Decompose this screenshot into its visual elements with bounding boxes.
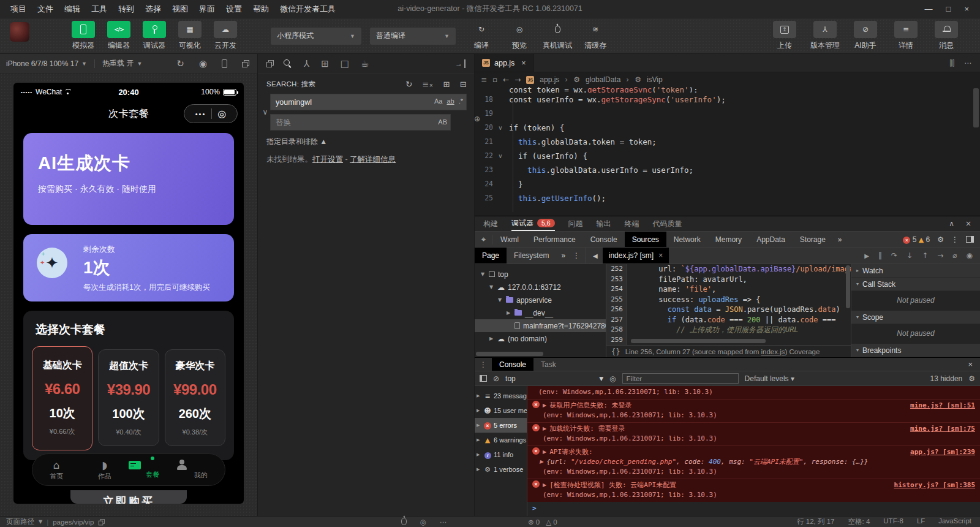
sources-tab-Filesystem[interactable]: Filesystem: [507, 248, 556, 264]
split-editor-icon[interactable]: ⫿⫿: [949, 59, 954, 67]
toolbar-button-清缓存[interactable]: ≋清缓存: [579, 21, 611, 51]
menu-item[interactable]: 设置: [221, 4, 247, 15]
mode-select[interactable]: 小程序模式 ▼: [271, 28, 361, 45]
pretty-print-icon[interactable]: {}: [611, 347, 620, 356]
devtools-tab-Sources[interactable]: Sources: [625, 232, 666, 247]
collapse-panel-icon[interactable]: →: [455, 59, 466, 68]
source-code-area[interactable]: 252 url: `${app.globalData.apiBase}/uplo…: [606, 264, 851, 345]
console-tab-Console[interactable]: Console: [492, 358, 533, 371]
close-file-icon[interactable]: ×: [658, 251, 663, 260]
tree-scrollbar[interactable]: [476, 352, 543, 356]
tree-item-appservice[interactable]: ▼appservice: [475, 294, 606, 306]
toolbar-button-详情[interactable]: ≡详情: [889, 21, 922, 51]
menu-item[interactable]: 文件: [32, 4, 59, 15]
menu-item[interactable]: 选择: [140, 4, 167, 15]
exit-target-icon[interactable]: ◎: [217, 108, 226, 119]
expand-caret-icon[interactable]: ▶: [543, 447, 546, 457]
close-console-icon[interactable]: ×: [968, 360, 980, 369]
source-h-scrollbar[interactable]: [631, 339, 766, 343]
tab-我的[interactable]: 我的: [177, 460, 225, 480]
fold-icon[interactable]: ∨: [496, 121, 505, 135]
drag-handle-icon[interactable]: ⋮: [475, 360, 492, 369]
teapot-icon[interactable]: ☕: [361, 58, 369, 69]
breadcrumb-menu-icon[interactable]: ≡: [481, 75, 487, 84]
copy-path-icon[interactable]: [99, 520, 104, 525]
bug-icon[interactable]: [401, 518, 407, 525]
console-tab-Task[interactable]: Task: [533, 358, 564, 371]
toolbar-button-云开发[interactable]: ☁云开发: [212, 21, 239, 51]
section-Watch[interactable]: ▸Watch: [851, 264, 980, 278]
console-group-1 verbose[interactable]: ▶⚙1 verbose: [475, 462, 527, 477]
section-Call Stack[interactable]: ▾Call Stack: [851, 278, 980, 291]
refresh-icon[interactable]: ↻: [176, 58, 184, 69]
menu-item[interactable]: 工具: [86, 4, 113, 15]
package-card-基础次卡[interactable]: 基础次卡¥6.6010次¥0.66/次: [32, 346, 92, 450]
console-prompt[interactable]: >: [527, 502, 980, 515]
tab-作品[interactable]: ◗作品: [81, 459, 129, 481]
console-sidebar-toggle-icon[interactable]: [480, 375, 487, 382]
more-actions-icon[interactable]: ⋯: [964, 59, 971, 67]
tree-item-top[interactable]: ▼top: [475, 268, 606, 281]
close-panel-icon[interactable]: ×: [965, 219, 971, 228]
close-button[interactable]: ×: [964, 4, 969, 13]
log-levels-select[interactable]: Default levels ▾: [745, 374, 794, 383]
close-tab-icon[interactable]: ×: [521, 59, 526, 67]
tree-item-__dev__[interactable]: ▶__dev__: [475, 306, 606, 319]
toolbar-button-模拟器[interactable]: 模拟器: [70, 21, 97, 51]
search-icon[interactable]: [284, 59, 292, 68]
source-control-icon[interactable]: ⅄: [304, 58, 309, 69]
console-settings-icon[interactable]: ⚙: [968, 374, 975, 383]
console-group-15 user mes...[interactable]: ▶☻15 user mes...: [475, 403, 527, 418]
panel-tab-问题[interactable]: 问题: [568, 216, 583, 231]
source-link[interactable]: app.js? [sm]:239: [902, 447, 975, 457]
devtools-tab-Network[interactable]: Network: [666, 232, 708, 247]
tab-app-js[interactable]: JS app.js ×: [475, 54, 534, 72]
eye-icon[interactable]: ◎: [420, 518, 426, 526]
eye-icon[interactable]: ◎: [609, 374, 616, 383]
breadcrumb-item[interactable]: globalData: [586, 75, 620, 84]
toolbar-button-可视化[interactable]: ▦可视化: [176, 21, 203, 51]
menu-item[interactable]: 界面: [194, 4, 221, 15]
package-card-豪华次卡[interactable]: 豪华次卡¥99.00260次¥0.38/次: [165, 349, 225, 446]
toggle-replace-icon[interactable]: ∨: [260, 94, 270, 131]
step-icon[interactable]: →: [937, 251, 943, 260]
devtools-tab-Memory[interactable]: Memory: [708, 232, 749, 247]
learn-more-link[interactable]: 了解详细信息: [350, 155, 396, 164]
expand-caret-icon[interactable]: ▶: [543, 401, 546, 411]
toolbar-button-编辑器[interactable]: </>编辑器: [105, 21, 132, 51]
context-select[interactable]: top ▼: [505, 374, 603, 383]
inspect-icon[interactable]: ⌖: [475, 235, 493, 245]
replace-input[interactable]: [270, 114, 451, 131]
step-out-icon[interactable]: ↑: [922, 251, 928, 260]
devtools-settings-icon[interactable]: ⚙: [937, 235, 944, 244]
stop-icon[interactable]: ◉: [199, 58, 207, 69]
section-Breakpoints[interactable]: ▾Breakpoints: [851, 344, 980, 357]
hide-navigator-icon[interactable]: ◀: [588, 252, 603, 259]
file-icon[interactable]: □: [341, 58, 349, 69]
console-group-6 warnings[interactable]: ▶▲6 warnings: [475, 433, 527, 447]
step-over-icon[interactable]: ↷: [891, 251, 897, 260]
show-debugger-sidebar-icon[interactable]: ▶: [864, 252, 869, 259]
step-into-icon[interactable]: ↓: [907, 251, 913, 260]
source-link[interactable]: history.js? [sm]:385: [886, 480, 975, 490]
match-case-icon[interactable]: Aa: [434, 97, 442, 105]
regex-icon[interactable]: .*: [459, 97, 463, 105]
tree-item-mainframe?t=1762942780[interactable]: mainframe?t=1762942780: [475, 319, 606, 332]
devtools-tab-Wxml[interactable]: Wxml: [493, 232, 526, 247]
page-path-label[interactable]: 页面路径: [6, 517, 34, 526]
tree-caret-icon[interactable]: ▶: [505, 310, 511, 316]
deactivate-breakpoints-icon[interactable]: ⌀: [952, 251, 957, 260]
tree-caret-icon[interactable]: ▼: [488, 284, 494, 290]
encoding[interactable]: UTF-8: [883, 517, 903, 526]
toolbar-button-调试器[interactable]: 调试器: [141, 21, 168, 51]
expand-caret-icon[interactable]: ▶: [540, 457, 543, 467]
toolbar-button-预览[interactable]: ◎预览: [503, 21, 535, 51]
expand-caret-icon[interactable]: ▶: [543, 480, 546, 490]
more-icon[interactable]: •••: [195, 110, 206, 118]
devtools-tab-Console[interactable]: Console: [583, 232, 625, 247]
panel-tab-代码质量[interactable]: 代码质量: [653, 216, 682, 231]
clear-results-icon[interactable]: ≡×: [422, 80, 433, 89]
menu-item[interactable]: 编辑: [59, 4, 86, 15]
tree-item-(no domain)[interactable]: ▶☁(no domain): [475, 332, 606, 345]
compile-mode-select[interactable]: 普通编译 ▼: [370, 28, 456, 45]
